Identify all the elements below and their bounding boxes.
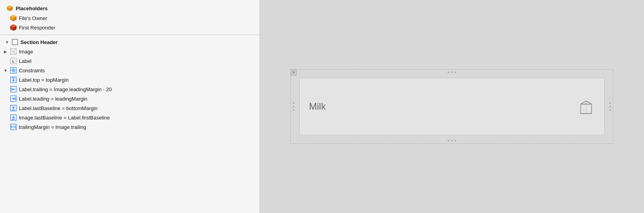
constraint-imagebaseline-icon: [10, 114, 17, 121]
constraint-top-icon: [10, 76, 17, 83]
constraints-icon: [10, 67, 17, 74]
first-responder-label: First Responder: [19, 25, 55, 31]
label-icon: L: [10, 57, 17, 64]
placeholders-cube-icon: [6, 5, 13, 12]
c3-label: Label.leading = leadingMargin: [19, 96, 87, 102]
bottom-dots: [448, 140, 456, 141]
section-header-icon: [11, 39, 19, 46]
right-panel: ✕: [260, 0, 644, 213]
section-header-label: Section Header: [20, 39, 58, 45]
milk-carton-icon: [577, 98, 595, 115]
section-header-item[interactable]: Section Header: [0, 37, 259, 47]
files-owner-item[interactable]: File's Owner: [0, 13, 259, 23]
first-responder-icon: [10, 24, 17, 31]
c5-label: Image.lastBaseline = Label.firstBaseline: [19, 115, 110, 121]
close-icon: ✕: [292, 71, 295, 74]
svg-rect-12: [12, 39, 18, 45]
dot: [293, 106, 294, 107]
left-dots: [293, 102, 294, 111]
dot: [609, 106, 611, 107]
constraints-label: Constraints: [19, 68, 45, 73]
c6-label: trailingMargin = Image.trailing: [19, 124, 86, 130]
image-item[interactable]: Image: [0, 47, 259, 56]
left-panel: Placeholders File's Owner First Responde…: [0, 0, 260, 213]
divider-1: [0, 35, 259, 35]
close-button[interactable]: ✕: [291, 69, 297, 75]
image-label: Image: [19, 49, 33, 55]
label-item[interactable]: L Label: [0, 56, 259, 66]
placeholders-header: Placeholders: [0, 3, 259, 13]
dot: [293, 109, 294, 111]
placeholders-label: Placeholders: [16, 6, 48, 11]
constraint-trailing-icon: [10, 86, 17, 93]
c4-label: Label.lastBaseline = bottomMargin: [19, 105, 98, 111]
dot: [451, 140, 453, 141]
dot: [609, 109, 611, 111]
first-responder-item[interactable]: First Responder: [0, 23, 259, 32]
dot: [451, 72, 453, 73]
c1-label: Label.top = topMargin: [19, 77, 68, 83]
c2-label: Label.trailing = Image.leadingMargin - 2…: [19, 86, 112, 92]
dot: [448, 140, 449, 141]
constraint-baseline-icon: [10, 105, 17, 112]
constraint-leading-icon: [10, 95, 17, 102]
canvas-container: ✕: [291, 69, 613, 144]
svg-line-48: [586, 101, 592, 104]
cell-row: Milk: [299, 78, 605, 135]
image-icon: [10, 48, 17, 55]
label-node-label: Label: [19, 58, 31, 64]
dot: [609, 102, 611, 104]
svg-line-47: [581, 101, 586, 104]
right-dots: [609, 102, 611, 111]
constraint-imagebaseline-item[interactable]: Image.lastBaseline = Label.firstBaseline: [0, 113, 259, 122]
constraint-trailingmargin-icon: [10, 123, 17, 130]
files-owner-label: File's Owner: [19, 15, 47, 21]
dot: [293, 102, 294, 104]
constraints-item[interactable]: Constraints: [0, 66, 259, 75]
top-dots: [448, 72, 456, 73]
constraint-top-item[interactable]: Label.top = topMargin: [0, 75, 259, 84]
dot: [455, 140, 456, 141]
section-header-expand-arrow[interactable]: [5, 40, 9, 44]
cell-milk-label: Milk: [309, 101, 326, 112]
constraint-trailingmargin-item[interactable]: trailingMargin = Image.trailing: [0, 122, 259, 132]
files-owner-icon: [10, 15, 17, 22]
constraint-leading-item[interactable]: Label.leading = leadingMargin: [0, 94, 259, 103]
constraint-lastbaseline-item[interactable]: Label.lastBaseline = bottomMargin: [0, 103, 259, 113]
svg-text:L: L: [12, 59, 15, 63]
constraint-trailing-item[interactable]: Label.trailing = Image.leadingMargin - 2…: [0, 84, 259, 94]
image-expand-arrow[interactable]: [3, 49, 8, 54]
constraints-expand-arrow[interactable]: [3, 68, 8, 73]
dot: [455, 72, 456, 73]
dot: [448, 72, 449, 73]
